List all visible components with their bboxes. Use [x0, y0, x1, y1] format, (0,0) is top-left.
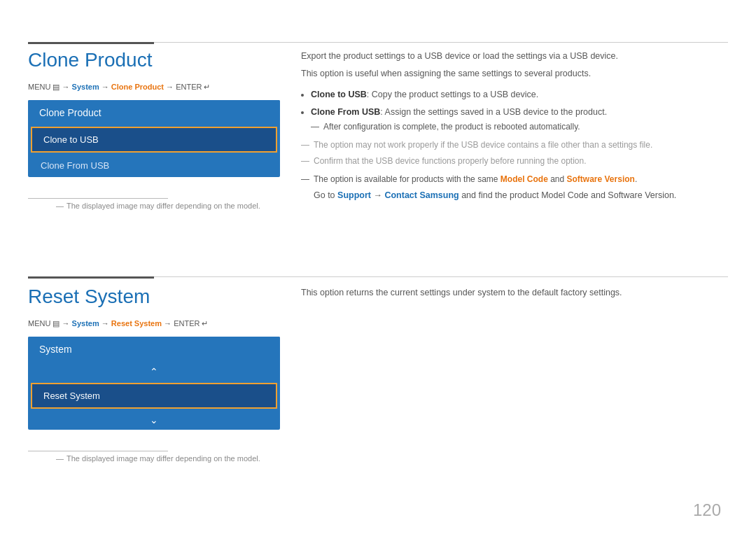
- reset-system-menu-nav: MENU ▤ → System → Reset System → ENTER ↵: [28, 319, 280, 328]
- reset-system-menu-header: System: [28, 337, 280, 362]
- clone-product-note-area: The displayed image may differ depending…: [28, 198, 280, 199]
- clone-product-title: Clone Product: [28, 49, 280, 71]
- model-code-1: Model Code: [500, 174, 548, 184]
- clone-from-usb-item[interactable]: Clone From USB: [28, 154, 280, 177]
- reset-menu-icon: ▤: [52, 319, 59, 328]
- arrow-up-icon[interactable]: ⌃: [28, 362, 280, 381]
- clone-support-note: Go to Support → Contact Samsung and find…: [314, 188, 728, 203]
- model-code-2: Model Code: [541, 190, 588, 200]
- clone-desc-2: This option is useful when assigning the…: [301, 66, 728, 81]
- reset-system-image-note: The displayed image may differ depending…: [56, 454, 260, 463]
- clone-product-right: Export the product settings to a USB dev…: [301, 49, 728, 203]
- nav-system: System: [72, 83, 99, 91]
- reset-system-right: This option returns the current settings…: [301, 286, 728, 303]
- software-version-2: Software Version: [608, 190, 674, 200]
- reset-nav-enter: ENTER: [174, 319, 202, 328]
- page-number: 120: [693, 500, 721, 520]
- clone-from-usb-bold: Clone From USB: [311, 107, 380, 117]
- menu-icon: ▤: [52, 83, 59, 91]
- clone-dash-1: After configuration is complete, the pro…: [323, 120, 728, 134]
- clone-to-usb-item[interactable]: Clone to USB: [31, 127, 277, 153]
- reset-system-title: Reset System: [28, 286, 280, 308]
- clone-product-menu-box: Clone Product Clone to USB Clone From US…: [28, 100, 280, 177]
- reset-nav-reset: Reset System: [111, 319, 162, 328]
- contact-samsung-link: Contact Samsung: [384, 190, 458, 200]
- enter-icon: ↵: [204, 83, 210, 91]
- reset-system-left: Reset System MENU ▤ → System → Reset Sys…: [28, 286, 280, 454]
- clone-note-divider: [28, 198, 168, 199]
- clone-bullet-2: Clone From USB: Assign the settings save…: [311, 105, 728, 134]
- reset-nav-system: System: [72, 319, 99, 328]
- page-container: Clone Product MENU ▤ → System → Clone Pr…: [0, 0, 756, 534]
- clone-product-menu-nav: MENU ▤ → System → Clone Product → ENTER …: [28, 83, 280, 92]
- clone-availability-note: The option is available for products wit…: [314, 172, 728, 186]
- nav-arrow1: →: [62, 83, 72, 91]
- top-divider-dark: [28, 42, 154, 44]
- clone-bullet-1: Clone to USB: Copy the product settings …: [311, 87, 728, 102]
- clone-dash-gray-2: Confirm that the USB device functions pr…: [314, 154, 728, 168]
- reset-desc: This option returns the current settings…: [301, 286, 728, 300]
- software-version-1: Software Version: [567, 174, 635, 184]
- clone-product-menu-header: Clone Product: [28, 100, 280, 125]
- clone-bullet-list: Clone to USB: Copy the product settings …: [311, 87, 728, 134]
- clone-from-usb-text: : Assign the settings saved in a USB dev…: [380, 107, 607, 117]
- reset-menu-label: MENU: [28, 319, 52, 328]
- clone-to-usb-text: : Copy the product settings to a USB dev…: [367, 90, 538, 99]
- support-link: Support: [337, 190, 371, 200]
- clone-dash-gray-1: The option may not work properly if the …: [314, 138, 728, 152]
- reset-system-note-area: The displayed image may differ depending…: [28, 451, 280, 451]
- clone-product-image-note: The displayed image may differ depending…: [56, 202, 260, 210]
- nav-arrow3: →: [166, 83, 176, 91]
- clone-desc-1: Export the product settings to a USB dev…: [301, 49, 728, 64]
- mid-divider-dark: [28, 276, 154, 279]
- reset-system-item[interactable]: Reset System: [31, 383, 277, 409]
- clone-to-usb-bold: Clone to USB: [311, 90, 367, 99]
- reset-nav-arrow2: →: [102, 319, 111, 328]
- nav-clone-product: Clone Product: [111, 83, 164, 91]
- reset-system-menu-box: System ⌃ Reset System ⌄: [28, 337, 280, 430]
- reset-nav-arrow3: →: [164, 319, 174, 328]
- nav-arrow-support: →: [371, 190, 384, 200]
- reset-enter-icon: ↵: [202, 319, 208, 328]
- reset-note-divider: [28, 451, 168, 451]
- reset-nav-arrow1: →: [62, 319, 72, 328]
- arrow-down-icon[interactable]: ⌄: [28, 410, 280, 430]
- nav-arrow2: →: [102, 83, 111, 91]
- menu-label: MENU: [28, 83, 52, 91]
- clone-product-left: Clone Product MENU ▤ → System → Clone Pr…: [28, 49, 280, 202]
- nav-enter: ENTER: [176, 83, 204, 91]
